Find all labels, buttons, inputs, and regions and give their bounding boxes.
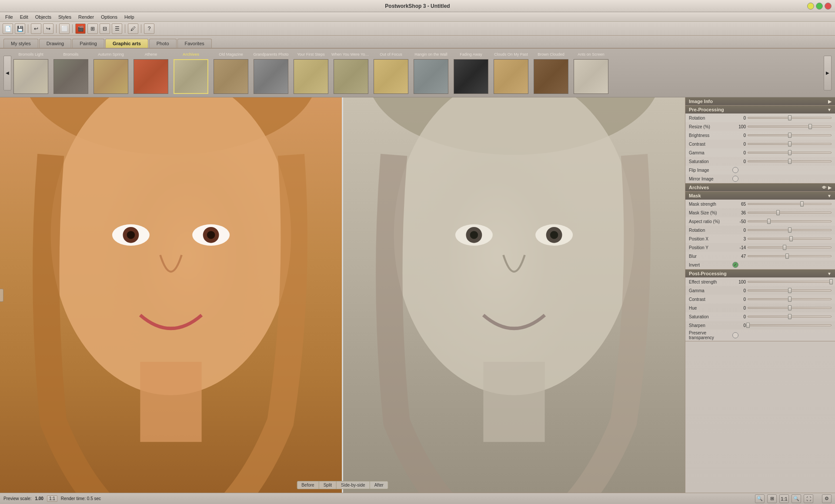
gallery-thumb[interactable]: [214, 59, 248, 94]
post-gamma-slider[interactable]: [748, 287, 832, 294]
gallery-thumb[interactable]: [414, 59, 448, 94]
mask-rotation-slider[interactable]: [748, 227, 832, 233]
gallery-thumb[interactable]: [574, 59, 608, 94]
fit-screen-button[interactable]: ⊞: [767, 494, 777, 503]
gallery-item-bromoils-light[interactable]: Bromoils Light: [11, 52, 50, 94]
gallery-item-athene[interactable]: Athene: [131, 52, 170, 94]
post-saturation-slider[interactable]: [748, 314, 832, 320]
tab-my-styles[interactable]: My styles: [3, 39, 38, 48]
paint-button[interactable]: 🖊: [128, 23, 138, 34]
gallery-item-brown-clouded[interactable]: Brown Clouded: [531, 52, 571, 94]
save-button[interactable]: 💾: [15, 23, 25, 34]
menu-objects[interactable]: Objects: [32, 13, 55, 20]
zoom-in-button[interactable]: 🔍: [792, 494, 801, 503]
split-button[interactable]: Split: [319, 481, 337, 489]
tab-graphic-arts[interactable]: Graphic arts: [105, 39, 148, 48]
gallery-thumb[interactable]: [94, 59, 128, 94]
gallery-item-clouds-on-my-past[interactable]: Clouds On My Past: [491, 52, 531, 94]
zoom-out-button[interactable]: 🔍: [755, 494, 765, 503]
sharpen-slider[interactable]: [748, 322, 832, 328]
gallery-item-autumn-spring[interactable]: Autumn Spring: [91, 52, 130, 94]
gallery-thumb[interactable]: [174, 59, 208, 94]
position-x-slider[interactable]: [748, 236, 832, 242]
side-by-side-button[interactable]: Side-by-side: [337, 481, 370, 489]
gallery-thumb[interactable]: [53, 59, 88, 94]
gallery-thumb[interactable]: [294, 59, 328, 94]
gallery-item-grandparents-photo[interactable]: Grandparents Photo: [251, 52, 291, 94]
gallery-thumb[interactable]: [454, 59, 488, 94]
menu-help[interactable]: Help: [121, 13, 138, 20]
post-contrast-slider[interactable]: [748, 296, 832, 302]
gallery-item-bromoils[interactable]: Bromoils: [51, 52, 90, 94]
layout-row-button[interactable]: ☰: [112, 23, 122, 34]
archives-eye-icon[interactable]: 👁: [822, 185, 826, 190]
pre-processing-header[interactable]: Pre-Processing ▼: [685, 106, 835, 113]
before-button[interactable]: Before: [297, 481, 319, 489]
maximize-button[interactable]: [816, 3, 823, 10]
gallery-thumb[interactable]: [13, 59, 48, 94]
tab-drawing[interactable]: Drawing: [39, 39, 71, 48]
brightness-slider[interactable]: [748, 132, 832, 138]
menu-styles[interactable]: Styles: [55, 13, 75, 20]
fullscreen-button[interactable]: ⛶: [804, 494, 813, 503]
gallery-item-your-first-steps[interactable]: Your First Steps: [291, 52, 331, 94]
contrast-slider[interactable]: [748, 141, 832, 147]
rotation-slider[interactable]: [748, 115, 832, 121]
gallery-item-old-magazine[interactable]: Old Magazine: [211, 52, 250, 94]
gallery-item-archives[interactable]: Archives: [171, 52, 210, 94]
menu-render[interactable]: Render: [75, 13, 97, 20]
menu-file[interactable]: File: [2, 13, 17, 20]
invert-checkbox[interactable]: ✓: [732, 262, 738, 268]
undo-button[interactable]: ↩: [31, 23, 41, 34]
gallery-item-out-of-focus[interactable]: Out of Focus: [371, 52, 411, 94]
mask-strength-slider[interactable]: [748, 201, 832, 207]
gallery-prev-button[interactable]: ◀: [3, 56, 11, 90]
gallery-thumb[interactable]: [494, 59, 528, 94]
archives-header[interactable]: Archives 👁 ▶: [685, 184, 835, 191]
resize-slider[interactable]: [748, 123, 832, 130]
position-y-slider[interactable]: [748, 244, 832, 250]
tab-painting[interactable]: Painting: [72, 39, 104, 48]
image-info-header[interactable]: Image Info ▶: [685, 97, 835, 105]
gamma-slider[interactable]: [748, 150, 832, 156]
preserve-transparency-checkbox[interactable]: [732, 332, 738, 338]
help-button[interactable]: ?: [144, 23, 154, 34]
gallery-thumb[interactable]: [134, 59, 168, 94]
gallery-next-button[interactable]: ▶: [824, 56, 832, 90]
gallery-item-fading-away[interactable]: Fading Away: [451, 52, 491, 94]
layout-grid-button[interactable]: ⊞: [87, 23, 98, 34]
tab-favorites[interactable]: Favorites: [177, 39, 212, 48]
gallery-item-when-young[interactable]: When You Were Young: [331, 52, 371, 94]
archives-expand-icon[interactable]: ▶: [828, 185, 832, 190]
gallery-thumb[interactable]: [374, 59, 408, 94]
saturation-slider[interactable]: [748, 158, 832, 164]
post-processing-header[interactable]: Post-Processing ▼: [685, 270, 835, 277]
split-handle[interactable]: [0, 289, 3, 302]
layout-col-button[interactable]: ⊟: [100, 23, 110, 34]
gallery-thumb[interactable]: [334, 59, 368, 94]
new-button[interactable]: 📄: [3, 23, 13, 34]
minimize-button[interactable]: [807, 3, 814, 10]
hue-slider[interactable]: [748, 305, 832, 311]
mask-size-slider[interactable]: [748, 210, 832, 216]
gallery-item-ants-on-screen[interactable]: Ants on Screen: [571, 52, 611, 94]
gallery-item-hangin-on-wall[interactable]: Hangin on the Wall: [411, 52, 451, 94]
aspect-ratio-slider[interactable]: [748, 218, 832, 224]
flip-image-checkbox[interactable]: [732, 167, 738, 173]
select-button[interactable]: ⬜: [59, 23, 70, 34]
mirror-image-checkbox[interactable]: [732, 176, 738, 182]
redo-button[interactable]: ↪: [43, 23, 53, 34]
gallery-thumb[interactable]: [534, 59, 568, 94]
menu-edit[interactable]: Edit: [17, 13, 32, 20]
blur-slider[interactable]: [748, 253, 832, 259]
gallery-thumb[interactable]: [254, 59, 288, 94]
menu-options[interactable]: Options: [97, 13, 121, 20]
tab-photo[interactable]: Photo: [149, 39, 177, 48]
zoom-100-button[interactable]: 1:1: [779, 494, 789, 503]
mask-header[interactable]: Mask ▼: [685, 192, 835, 200]
effect-strength-slider[interactable]: [748, 279, 832, 285]
close-button[interactable]: [825, 3, 832, 10]
settings-button[interactable]: ⚙: [822, 494, 832, 503]
after-button[interactable]: After: [370, 481, 388, 489]
capture-button[interactable]: 🎬: [75, 23, 86, 34]
